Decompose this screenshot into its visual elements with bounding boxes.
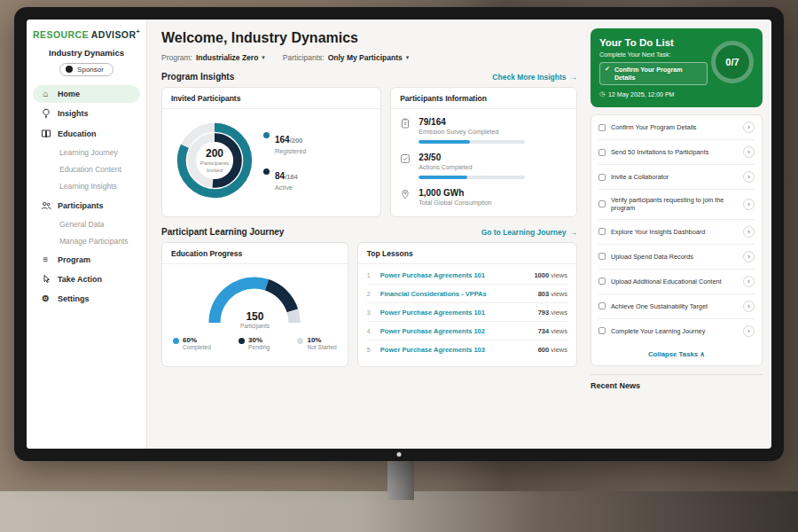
legend-label: Registered bbox=[275, 147, 306, 155]
legend-item-pending: 30% Pending bbox=[239, 336, 270, 350]
lesson-views: 600 bbox=[538, 346, 550, 354]
collapse-tasks-button[interactable]: Collapse Tasks ∧ bbox=[598, 343, 755, 365]
stat-global-consumption: 1,000 GWh Total Global Consumption bbox=[400, 188, 567, 207]
todo-task-row[interactable]: Verify participants requesting to join t… bbox=[598, 190, 755, 220]
todo-next-task[interactable]: ✓ Confirm Your Program Details bbox=[599, 62, 708, 85]
task-checkbox[interactable] bbox=[598, 174, 606, 181]
task-checkbox[interactable] bbox=[598, 228, 606, 235]
chevron-right-icon[interactable]: › bbox=[743, 251, 755, 262]
logo-resource: RESOURCE bbox=[33, 29, 89, 40]
chevron-right-icon[interactable]: › bbox=[743, 301, 755, 312]
legend-value: 164 bbox=[275, 135, 290, 145]
legend-label: Active bbox=[275, 184, 298, 192]
main-content: Welcome, Industry Dynamics Program: Indu… bbox=[147, 20, 589, 449]
sidebar-item-education-content[interactable]: Education Content bbox=[33, 161, 140, 178]
chevron-right-icon[interactable]: › bbox=[743, 171, 755, 183]
participants-dropdown[interactable]: Participants: Only My Participants ▾ bbox=[283, 53, 409, 62]
todo-panel: Your To Do List Complete Your Next Task:… bbox=[589, 20, 771, 449]
chevron-right-icon[interactable]: › bbox=[743, 121, 755, 133]
sidebar-item-general-data[interactable]: General Data bbox=[33, 216, 140, 233]
link-label: Go to Learning Journey bbox=[481, 228, 567, 237]
task-checkbox[interactable] bbox=[598, 302, 606, 309]
todo-summary-card: Your To Do List Complete Your Next Task:… bbox=[591, 28, 763, 107]
clock-icon: ◷ bbox=[599, 90, 605, 98]
chevron-right-icon[interactable]: › bbox=[743, 276, 755, 287]
stat-label: Actions Completed bbox=[419, 163, 525, 171]
lesson-link[interactable]: Power Purchase Agreements 102 bbox=[380, 327, 532, 335]
sidebar-item-insights[interactable]: Insights bbox=[33, 104, 140, 123]
sidebar-item-education[interactable]: Education bbox=[33, 124, 140, 144]
lesson-link[interactable]: Power Purchase Agreements 101 bbox=[380, 271, 528, 279]
task-checkbox[interactable] bbox=[598, 124, 606, 131]
gear-icon: ⚙ bbox=[40, 294, 51, 303]
todo-progress-count: 0/7 bbox=[725, 57, 739, 67]
lesson-link[interactable]: Power Purchase Agreements 103 bbox=[380, 346, 532, 354]
sidebar-item-take-action[interactable]: Take Action bbox=[33, 270, 140, 289]
legend-value: 60% bbox=[183, 336, 211, 344]
task-checkbox[interactable] bbox=[598, 327, 606, 334]
todo-task-row[interactable]: Upload Spend Data Records › bbox=[598, 245, 755, 270]
todo-task-row[interactable]: Invite a Collaborator › bbox=[598, 165, 755, 190]
task-checkbox[interactable] bbox=[598, 253, 606, 260]
sidebar: RESOURCE ADVISOR+ Industry Dynamics Spon… bbox=[27, 20, 147, 449]
lesson-rank: 3 bbox=[367, 309, 374, 316]
sidebar-item-label: Program bbox=[58, 255, 90, 264]
progress-bar bbox=[419, 140, 525, 144]
logo-plus: + bbox=[136, 28, 140, 35]
gauge-legend: 60% Completed 30% Pending 10% bbox=[173, 336, 337, 350]
sidebar-item-settings[interactable]: ⚙ Settings bbox=[33, 290, 140, 308]
participants-filter-label: Participants: bbox=[283, 53, 325, 62]
donut-legend: 164/200 Registered 84/164 Active bbox=[263, 130, 306, 192]
progress-fill bbox=[419, 140, 470, 144]
chevron-right-icon[interactable]: › bbox=[743, 226, 755, 238]
task-checkbox[interactable] bbox=[598, 149, 606, 156]
sidebar-item-learning-journey[interactable]: Learning Journey bbox=[33, 145, 140, 161]
lesson-views: 1000 bbox=[534, 271, 549, 279]
program-dropdown[interactable]: Program: Industrialize Zero ▾ bbox=[161, 53, 265, 62]
stat-value: 79/164 bbox=[419, 117, 525, 127]
invited-participants-card: Invited Participants 200 Partic bbox=[161, 87, 381, 217]
sidebar-item-manage-participants[interactable]: Manage Participants bbox=[33, 233, 140, 250]
todo-task-row[interactable]: Complete Your Learning Journey › bbox=[598, 319, 755, 343]
lesson-row: 4 Power Purchase Agreements 102 734 view… bbox=[367, 322, 567, 340]
legend-dot bbox=[263, 168, 270, 175]
sidebar-item-label: Take Action bbox=[58, 275, 102, 284]
todo-task-row[interactable]: Explore Your Insights Dashboard › bbox=[598, 220, 755, 245]
todo-task-row[interactable]: Confirm Your Program Details › bbox=[598, 115, 755, 140]
sidebar-item-learning-insights[interactable]: Learning Insights bbox=[33, 178, 140, 195]
chevron-right-icon[interactable]: › bbox=[743, 199, 755, 210]
task-label: Upload Additional Educational Content bbox=[611, 278, 738, 286]
participants-filter-value: Only My Participants bbox=[328, 53, 403, 62]
chevron-right-icon[interactable]: › bbox=[743, 325, 755, 337]
sidebar-item-participants[interactable]: Participants bbox=[33, 196, 140, 215]
chevron-right-icon[interactable]: › bbox=[743, 146, 755, 158]
sidebar-item-home[interactable]: ⌂ Home bbox=[33, 85, 140, 103]
sponsor-badge[interactable]: Sponsor bbox=[59, 63, 113, 76]
task-checkbox[interactable] bbox=[598, 200, 606, 207]
todo-task-row[interactable]: Send 50 Invitations to Participants › bbox=[598, 140, 755, 165]
check-more-insights-link[interactable]: Check More Insights → bbox=[492, 73, 577, 82]
legend-total: /164 bbox=[285, 173, 298, 181]
legend-item-not-started: 10% Not Started bbox=[297, 336, 336, 350]
card-title: Top Lessons bbox=[358, 243, 576, 264]
legend-item-registered: 164/200 Registered bbox=[263, 130, 306, 155]
clipboard-icon bbox=[400, 117, 411, 144]
sidebar-item-program[interactable]: ≡ Program bbox=[33, 251, 140, 269]
sponsor-label: Sponsor bbox=[77, 66, 104, 74]
lesson-row: 2 Financial Considerations - VPPAs 803 v… bbox=[367, 285, 567, 303]
lesson-row: 5 Power Purchase Agreements 103 600 view… bbox=[367, 340, 567, 358]
chevron-down-icon: ▾ bbox=[262, 54, 265, 61]
filter-bar: Program: Industrialize Zero ▾ Participan… bbox=[161, 53, 577, 62]
org-name: Industry Dynamics bbox=[33, 48, 140, 58]
lesson-link[interactable]: Financial Considerations - VPPAs bbox=[380, 290, 532, 298]
todo-task-row[interactable]: Upload Additional Educational Content › bbox=[598, 270, 755, 294]
chevron-up-icon: ∧ bbox=[700, 350, 705, 358]
task-checkbox[interactable] bbox=[598, 278, 606, 285]
todo-due: ◷ 12 May 2025, 12:00 PM bbox=[599, 90, 754, 98]
go-to-learning-journey-link[interactable]: Go to Learning Journey → bbox=[481, 228, 577, 237]
lesson-link[interactable]: Power Purchase Agreements 101 bbox=[380, 309, 532, 317]
home-icon: ⌂ bbox=[40, 90, 51, 98]
legend-value: 30% bbox=[248, 336, 270, 344]
chevron-down-icon: ▾ bbox=[406, 54, 410, 61]
todo-task-row[interactable]: Achieve One Sustainability Target › bbox=[598, 294, 755, 319]
